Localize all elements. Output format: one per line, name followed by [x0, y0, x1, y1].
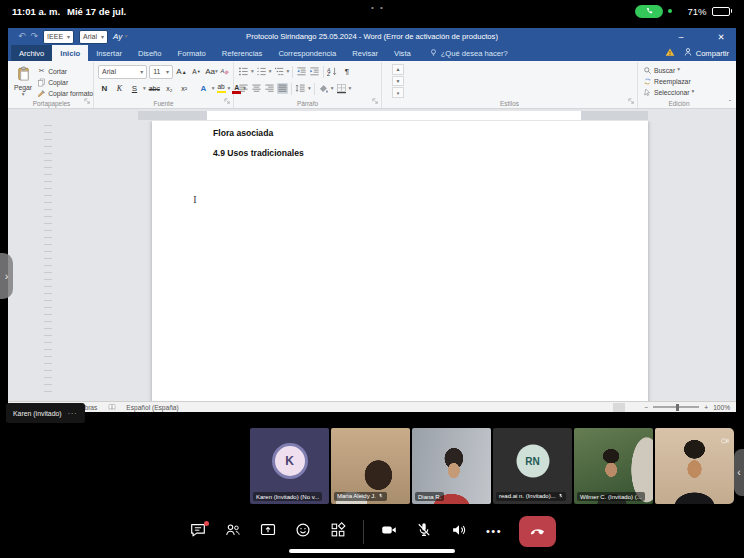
highlight-button[interactable]: ab: [217, 84, 226, 94]
print-layout-icon[interactable]: [613, 403, 625, 412]
zoom-in-button[interactable]: +: [704, 404, 708, 411]
text-effects-button[interactable]: A: [197, 83, 210, 95]
document-page[interactable]: Flora asociada 4.9 Usos tradicionales: [152, 121, 648, 401]
font-name-combo[interactable]: Arial▾: [98, 65, 147, 79]
align-right-icon[interactable]: [264, 83, 275, 94]
clipboard-dialog-launcher[interactable]: [84, 98, 91, 107]
quick-font-combo[interactable]: Arial▾: [79, 30, 108, 44]
warning-icon[interactable]: [665, 47, 675, 59]
share-screen-button[interactable]: [258, 522, 278, 542]
tab-archivo[interactable]: Archivo: [11, 45, 52, 61]
zoom-level[interactable]: 100%: [713, 404, 730, 411]
align-center-icon[interactable]: [251, 83, 262, 94]
zoom-slider[interactable]: [653, 406, 699, 408]
justify-icon[interactable]: [277, 83, 288, 94]
participant-tile[interactable]: Wilmer C. (Invitado) (...: [574, 428, 653, 504]
gallery-down-icon[interactable]: ▼: [392, 76, 404, 87]
align-left-icon[interactable]: [238, 83, 249, 94]
badge-more-icon[interactable]: ···: [68, 410, 78, 417]
apps-button[interactable]: [328, 522, 348, 542]
participant-tile[interactable]: RN read.ai n. (Invitado)...: [493, 428, 572, 504]
tab-inicio[interactable]: Inicio: [52, 45, 88, 61]
gallery-up-icon[interactable]: ▲: [392, 64, 404, 75]
ribbon-display-options-icon[interactable]: [651, 28, 671, 45]
paste-button[interactable]: Pegar▾: [14, 64, 32, 98]
web-layout-icon[interactable]: [627, 403, 639, 412]
more-options-button[interactable]: •••: [484, 522, 504, 542]
gallery-more-icon[interactable]: ▾: [392, 87, 404, 98]
tab-referencias[interactable]: Referencias: [214, 45, 271, 61]
grow-font-button[interactable]: A▲: [175, 66, 188, 78]
minimize-button[interactable]: –: [671, 28, 691, 45]
audio-button[interactable]: [449, 522, 469, 542]
superscript-button[interactable]: x²: [178, 83, 191, 95]
camera-button[interactable]: [379, 522, 399, 542]
proofing-icon[interactable]: [106, 402, 117, 413]
zoom-out-button[interactable]: −: [644, 404, 648, 411]
tab-diseño[interactable]: Diseño: [130, 45, 170, 61]
cut-button[interactable]: ✂Cortar: [36, 66, 94, 76]
bullet-list-icon[interactable]: [238, 66, 249, 77]
collapse-strip-handle[interactable]: ‹: [734, 449, 744, 496]
copy-button[interactable]: Copiar: [36, 77, 94, 87]
participant-tile[interactable]: K Karen (Invitado) (No v...: [250, 428, 329, 504]
find-button[interactable]: Buscar▾: [642, 65, 695, 75]
change-case-button[interactable]: Aa▾: [205, 66, 218, 78]
sort-icon[interactable]: AZ: [327, 66, 338, 77]
decrease-indent-icon[interactable]: [296, 66, 307, 77]
read-mode-icon[interactable]: [599, 403, 611, 412]
restore-button[interactable]: [691, 28, 711, 45]
subscript-button[interactable]: x₂: [163, 83, 176, 95]
participant-tile[interactable]: Diana R.: [412, 428, 491, 504]
mute-button[interactable]: [414, 522, 434, 542]
underline-button[interactable]: S: [128, 83, 141, 95]
numbered-list-icon[interactable]: [256, 66, 267, 77]
bold-button[interactable]: N: [98, 83, 111, 95]
active-call-pill[interactable]: [635, 5, 663, 18]
select-button[interactable]: Seleccionar▾: [642, 87, 695, 97]
tell-me-box[interactable]: ¿Qué desea hacer?: [429, 45, 508, 61]
tab-formato[interactable]: Formato: [170, 45, 214, 61]
increase-indent-icon[interactable]: [309, 66, 320, 77]
paragraph-dialog-launcher[interactable]: [372, 98, 379, 107]
pilcrow-button[interactable]: ¶: [340, 66, 353, 78]
citation-style-combo[interactable]: IEEE▾: [43, 30, 74, 44]
font-size-combo[interactable]: 11▾: [149, 65, 173, 79]
share-button[interactable]: Compartir: [683, 47, 729, 59]
slideover-handle[interactable]: ›: [0, 253, 13, 299]
microphone-muted-icon: [415, 521, 433, 543]
undo-icon[interactable]: ↶: [18, 32, 26, 41]
home-indicator[interactable]: [289, 549, 455, 553]
chat-button[interactable]: [188, 522, 208, 542]
format-painter-button[interactable]: Copiar formato: [36, 88, 94, 98]
italic-button[interactable]: K: [113, 83, 126, 95]
self-video-tile[interactable]: [655, 428, 734, 504]
controls-divider: [363, 520, 364, 544]
shrink-font-button[interactable]: A▼: [190, 66, 203, 78]
borders-icon[interactable]: [336, 83, 347, 94]
tab-insertar[interactable]: Insertar: [88, 45, 130, 61]
shading-icon[interactable]: [318, 83, 329, 94]
ink-style-tool[interactable]: Ay▾: [113, 32, 127, 41]
line-spacing-icon[interactable]: [295, 83, 306, 94]
font-dialog-launcher[interactable]: [224, 98, 231, 107]
tab-vista[interactable]: Vista: [386, 45, 419, 61]
multilevel-list-icon[interactable]: [274, 66, 285, 77]
hang-up-button[interactable]: [519, 516, 556, 547]
tab-correspondencia[interactable]: Correspondencia: [270, 45, 344, 61]
reactions-button[interactable]: [293, 522, 313, 542]
styles-dialog-launcher[interactable]: [628, 98, 635, 107]
participants-button[interactable]: [223, 522, 243, 542]
camera-switch-icon[interactable]: [720, 432, 730, 450]
tab-revisar[interactable]: Revisar: [344, 45, 386, 61]
redo-icon[interactable]: ↷: [31, 32, 39, 41]
close-button[interactable]: ✕: [711, 28, 731, 45]
replace-button[interactable]: Reemplazar: [642, 76, 695, 86]
language-status[interactable]: Español (España): [126, 404, 178, 411]
horizontal-ruler[interactable]: [138, 111, 648, 120]
clear-formatting-icon[interactable]: A: [220, 67, 229, 76]
collapse-ribbon-icon[interactable]: ˆ: [729, 99, 731, 106]
participant-tile[interactable]: Maria Aleidy J.: [331, 428, 410, 504]
strikethrough-button[interactable]: abc: [148, 83, 161, 95]
presenter-badge[interactable]: Karen (invitado) ···: [6, 403, 85, 423]
